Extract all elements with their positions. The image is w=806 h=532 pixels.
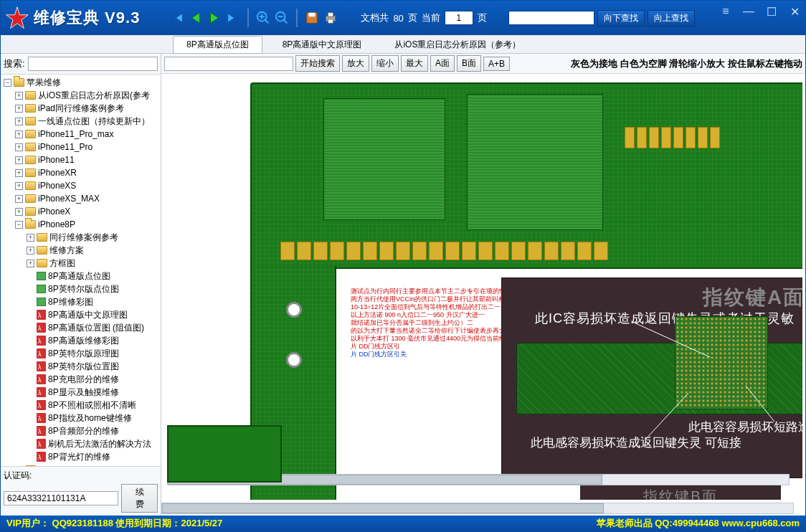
- pcb-viewer[interactable]: 测试点为行内同行主要参用点本节主二步专引在项的情下前 两方当行代使用VCCin的…: [161, 74, 805, 516]
- side-b-button[interactable]: B面: [457, 55, 481, 72]
- svg-rect-7: [328, 19, 333, 24]
- tab-active[interactable]: 8P高通版点位图: [173, 36, 262, 54]
- tree-item[interactable]: 8P维修彩图: [2, 295, 159, 308]
- tree-item[interactable]: 8P不照相或照相不清晰: [2, 399, 159, 412]
- tree-item[interactable]: +一线通点位图（持续更新中）: [2, 115, 159, 128]
- tree-item-label: 8P高通版中文原理图: [48, 308, 128, 321]
- book-icon: [37, 285, 46, 293]
- tree-item[interactable]: 8P充电部分的维修: [2, 373, 159, 386]
- zoom-max-button[interactable]: 最大: [401, 55, 428, 72]
- tree-item[interactable]: 8P高通版维修彩图: [2, 334, 159, 347]
- nav-next-icon[interactable]: [206, 9, 223, 27]
- find-prev-button[interactable]: 向上查找: [648, 10, 695, 27]
- mounting-hole: [286, 302, 302, 318]
- tree-item-label: 8P充电部分的维修: [48, 373, 119, 386]
- expand-icon[interactable]: +: [27, 260, 34, 267]
- maximize-button[interactable]: ☐: [765, 5, 778, 19]
- print-icon[interactable]: [322, 9, 339, 27]
- tree-item-label: iPhoneXS: [38, 179, 76, 192]
- find-next-button[interactable]: 向下查找: [597, 10, 645, 27]
- tree-item-label: iPhone8P: [38, 218, 75, 231]
- horizontal-scrollbar[interactable]: [161, 503, 794, 514]
- tree-item[interactable]: 8P英特尔版位置图: [2, 360, 159, 373]
- tree-item[interactable]: +iPad同行维修案例参考: [2, 102, 159, 115]
- tree-item[interactable]: 8P高通版位置图 (阻值图): [2, 321, 159, 334]
- tab[interactable]: 从iOS重启日志分析原因（参考）: [381, 37, 534, 53]
- tree-item[interactable]: 8P音频部分的维修: [2, 424, 159, 437]
- tree-item[interactable]: +从iOS重启日志分析原因(参考: [2, 89, 159, 102]
- tree-item[interactable]: 8P指纹及home键维修: [2, 412, 159, 424]
- nav-prev-icon[interactable]: [187, 9, 204, 27]
- current-page-input[interactable]: [445, 11, 473, 25]
- tree-item[interactable]: +iPhoneX: [2, 205, 159, 218]
- tree-item[interactable]: 8P背光灯的维修: [2, 450, 159, 463]
- tree-item[interactable]: 8P英特尔版点位图: [2, 282, 159, 295]
- close-button[interactable]: ✕: [788, 5, 801, 19]
- tree-search-input[interactable]: [28, 57, 158, 71]
- tree-item-label: iPhoneX: [38, 205, 70, 218]
- menu-icon[interactable]: ≡: [719, 5, 732, 19]
- auth-code-input[interactable]: [4, 491, 118, 505]
- save-icon[interactable]: [303, 9, 321, 27]
- zoom-in-icon[interactable]: [255, 9, 272, 27]
- folder-icon: [25, 181, 36, 190]
- expand-icon[interactable]: +: [15, 118, 23, 125]
- folder-icon: [14, 78, 24, 87]
- zoom-out-button[interactable]: 缩小: [371, 55, 399, 72]
- tree-item-label: 从iOS重启日志分析原因(参考: [38, 89, 150, 102]
- side-a-button[interactable]: A面: [430, 55, 455, 72]
- tree-item[interactable]: −iPhone8P: [2, 218, 159, 231]
- collapse-icon[interactable]: −: [15, 221, 23, 229]
- tree-item[interactable]: −苹果维修: [2, 76, 159, 89]
- tree-item-label: 8P英特尔版点位图: [48, 282, 119, 295]
- expand-icon[interactable]: +: [15, 195, 23, 203]
- tree-item[interactable]: +iPhoneXS: [2, 179, 159, 192]
- pdf-icon: [37, 413, 46, 423]
- expand-icon[interactable]: +: [15, 182, 23, 190]
- start-search-button[interactable]: 开始搜索: [295, 55, 340, 72]
- tree-item[interactable]: +同行维修案例参考: [2, 231, 159, 244]
- expand-icon[interactable]: +: [27, 247, 34, 255]
- expand-icon[interactable]: +: [15, 105, 23, 113]
- tree-item[interactable]: +iPhone11: [2, 153, 159, 166]
- tree-item[interactable]: +iPhone11_Pro: [2, 141, 159, 153]
- tree-item[interactable]: 8P英特尔版原理图: [2, 347, 159, 360]
- collapse-icon[interactable]: −: [4, 79, 11, 87]
- tree-item[interactable]: +方框图: [2, 257, 159, 270]
- renew-button[interactable]: 续费: [121, 484, 158, 513]
- tree-item[interactable]: 刷机后无法激活的解决方法: [2, 437, 159, 450]
- pdf-icon: [37, 400, 46, 410]
- zoom-out-icon[interactable]: [273, 9, 290, 27]
- tree-item[interactable]: +维修方案: [2, 244, 159, 257]
- viewer-search-input[interactable]: [164, 57, 293, 71]
- tree-item[interactable]: +iPhoneXR: [2, 166, 159, 179]
- zoom-in-button[interactable]: 放大: [342, 55, 369, 72]
- tree-item[interactable]: 8P显示及触摸维修: [2, 386, 159, 399]
- device-tree[interactable]: −苹果维修+从iOS重启日志分析原因(参考+iPad同行维修案例参考+一线通点位…: [1, 75, 161, 466]
- tree-item[interactable]: +iPhone11_Pro_max: [2, 128, 159, 141]
- minimize-button[interactable]: —: [742, 5, 755, 19]
- expand-icon[interactable]: +: [15, 92, 23, 100]
- nav-last-icon[interactable]: [224, 9, 242, 27]
- expand-icon[interactable]: +: [15, 169, 23, 177]
- expand-icon[interactable]: +: [15, 208, 23, 216]
- expand-icon[interactable]: +: [15, 156, 23, 164]
- titlebar: 维修宝典 V9.3 文档共 80 页 当前 页 向下查找 向上查找: [1, 1, 805, 35]
- book-icon: [37, 298, 46, 306]
- pdf-icon: [37, 336, 46, 346]
- side-ab-button[interactable]: A+B: [483, 57, 510, 71]
- tree-item-label: iPhoneXR: [38, 166, 77, 179]
- inset-title: 指纹键A面: [703, 284, 802, 311]
- expand-icon[interactable]: +: [15, 130, 23, 138]
- tree-item-label: iPhone11: [38, 153, 75, 166]
- tree-item[interactable]: 8P高通版点位图: [2, 270, 159, 282]
- inset-note: 此电容容易损坏短路造成指: [688, 419, 802, 435]
- expand-icon[interactable]: +: [15, 143, 23, 151]
- nav-first-icon[interactable]: [169, 9, 186, 27]
- tab[interactable]: 8P高通版中文原理图: [270, 37, 375, 53]
- find-input[interactable]: [508, 11, 594, 25]
- app-title: 维修宝典 V9.3: [34, 7, 140, 29]
- tree-item[interactable]: 8P高通版中文原理图: [2, 308, 159, 321]
- tree-item[interactable]: +iPhoneXS_MAX: [2, 192, 159, 205]
- expand-icon[interactable]: +: [27, 234, 34, 242]
